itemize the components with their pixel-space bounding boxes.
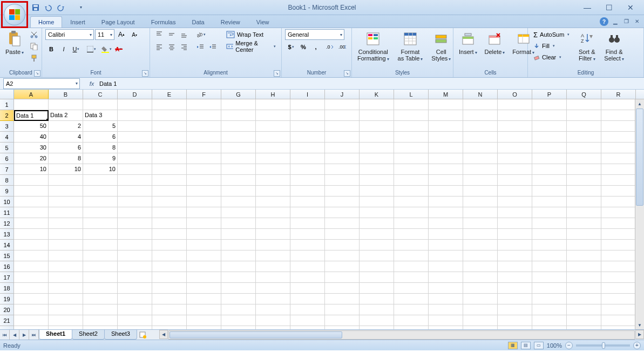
cell[interactable] [187,132,221,143]
cell[interactable]: Data 2 [49,110,83,121]
cell[interactable] [567,326,601,329]
cell[interactable] [187,283,221,294]
cell[interactable] [152,272,187,283]
cell[interactable] [290,283,325,294]
column-header[interactable]: E [152,90,187,99]
cell[interactable] [83,250,118,261]
cell[interactable] [325,294,360,304]
cell[interactable] [567,99,601,110]
cell[interactable] [290,315,325,326]
ribbon-tab-view[interactable]: View [248,16,277,28]
cell[interactable] [429,304,463,315]
cell[interactable] [429,240,463,250]
undo-button[interactable] [43,2,54,13]
cell[interactable] [360,294,394,304]
cell[interactable] [118,272,152,283]
cell[interactable] [83,218,118,229]
zoom-slider[interactable] [576,344,630,347]
cell[interactable] [360,132,394,143]
cell[interactable] [256,99,290,110]
cell[interactable] [290,261,325,272]
cell[interactable] [325,326,360,329]
cell[interactable] [152,186,187,197]
cell[interactable] [532,240,567,250]
cell[interactable] [14,294,49,304]
cell[interactable] [394,272,429,283]
cell[interactable] [14,240,49,250]
cell[interactable] [325,175,360,186]
cell[interactable] [221,164,256,175]
cell[interactable] [14,186,49,197]
cell[interactable]: 50 [14,121,49,132]
fill-button[interactable]: Fill [531,40,572,51]
cell[interactable] [601,207,636,218]
cell[interactable] [532,283,567,294]
cell[interactable] [498,272,532,283]
cell[interactable] [14,326,49,329]
cell[interactable] [429,99,463,110]
cell[interactable] [256,315,290,326]
cell[interactable] [187,218,221,229]
cell[interactable] [256,164,290,175]
tab-first-button[interactable]: ⏮ [0,330,10,340]
cell[interactable] [498,240,532,250]
cell[interactable] [360,326,394,329]
cell[interactable] [567,110,601,121]
cell[interactable] [83,261,118,272]
cell[interactable] [256,240,290,250]
cell[interactable] [290,186,325,197]
cell[interactable] [118,261,152,272]
conditional-formatting-button[interactable]: Conditional Formatting [355,29,391,63]
cell[interactable] [532,121,567,132]
cell[interactable] [567,240,601,250]
cell[interactable] [187,250,221,261]
cell[interactable] [221,315,256,326]
align-bottom-button[interactable] [178,29,190,40]
cell[interactable] [325,132,360,143]
cell[interactable] [498,218,532,229]
cell[interactable] [256,132,290,143]
cell[interactable] [360,261,394,272]
mdi-restore-button[interactable]: ❐ [622,17,630,25]
cell[interactable] [290,99,325,110]
shrink-font-button[interactable]: A▾ [128,29,140,40]
cell[interactable] [221,229,256,240]
cell[interactable] [49,272,83,283]
ribbon-tab-page-layout[interactable]: Page Layout [93,16,143,28]
cell[interactable] [360,121,394,132]
delete-cells-button[interactable]: Delete [483,29,507,56]
cell[interactable] [118,143,152,153]
column-header[interactable]: R [601,90,636,99]
cell[interactable] [601,240,636,250]
cell[interactable] [360,207,394,218]
cell[interactable] [290,229,325,240]
tab-next-button[interactable]: ▶ [19,330,29,340]
cell[interactable] [118,110,152,121]
close-button[interactable]: ✕ [623,3,638,12]
comma-button[interactable]: , [310,42,322,52]
minimize-button[interactable]: — [580,3,594,12]
cell[interactable] [152,261,187,272]
cell[interactable] [187,326,221,329]
cell[interactable] [463,207,498,218]
cell[interactable] [152,326,187,329]
cell[interactable] [118,121,152,132]
cell[interactable] [429,315,463,326]
cell[interactable] [360,186,394,197]
cell[interactable] [118,164,152,175]
cell[interactable] [601,315,636,326]
scroll-left-button[interactable]: ◀ [159,330,168,339]
cell[interactable]: 10 [14,164,49,175]
column-header[interactable]: P [532,90,567,99]
cell[interactable] [49,294,83,304]
cell[interactable] [83,326,118,329]
cell[interactable] [83,175,118,186]
orientation-button[interactable]: ab [194,29,206,40]
cell[interactable] [187,197,221,207]
row-header[interactable]: 3 [0,121,14,132]
cell[interactable] [325,110,360,121]
cell[interactable] [532,143,567,153]
cell[interactable] [187,186,221,197]
cell[interactable] [83,304,118,315]
cell[interactable]: 2 [49,121,83,132]
